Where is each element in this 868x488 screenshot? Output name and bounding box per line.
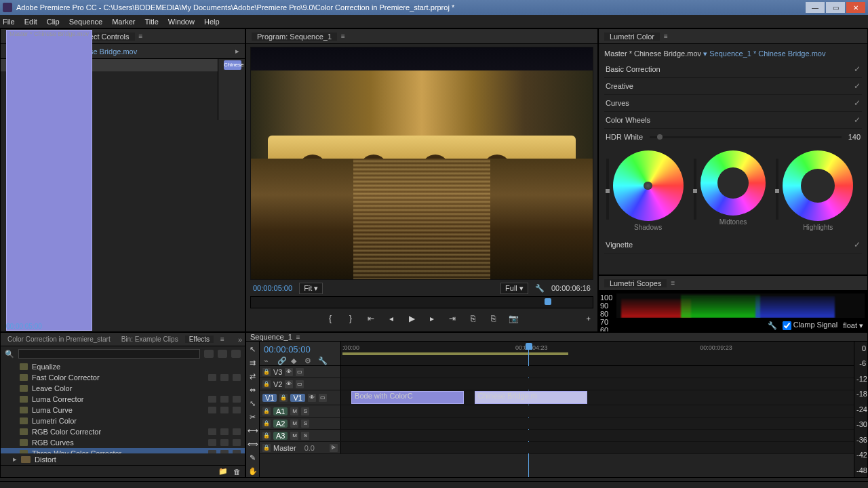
track-a1-lane[interactable]: [341, 405, 854, 417]
rgb-parade-scope[interactable]: [616, 293, 865, 318]
panel-menu-icon[interactable]: ≡: [139, 33, 143, 40]
menu-marker[interactable]: Marker: [112, 18, 135, 26]
panel-menu-icon[interactable]: ≡: [671, 279, 675, 287]
wrench-icon[interactable]: 🔧: [535, 284, 545, 293]
track-v2-lane[interactable]: [341, 378, 854, 390]
new-bin-icon[interactable]: 📁: [218, 467, 228, 476]
panel-overflow-icon[interactable]: »: [238, 336, 242, 344]
slide-tool[interactable]: ⟺: [248, 439, 258, 449]
menu-file[interactable]: File: [3, 18, 15, 26]
wrench-icon[interactable]: 🔧: [318, 357, 326, 365]
basic-correction-section[interactable]: Basic Correction✓: [604, 61, 862, 78]
panel-menu-icon[interactable]: ≡: [220, 336, 224, 343]
panel-menu-icon[interactable]: ≡: [341, 33, 345, 40]
effect-preset[interactable]: Leave Color: [1, 383, 245, 394]
track-a2-header[interactable]: 🔒A2MS: [260, 418, 341, 429]
close-button[interactable]: ✕: [846, 2, 865, 13]
check-icon[interactable]: ✓: [854, 81, 861, 91]
timeline-playhead[interactable]: [526, 343, 532, 350]
resolution-dropdown[interactable]: Full ▾: [500, 283, 528, 294]
highlights-luma-slider[interactable]: [776, 159, 778, 220]
minimize-button[interactable]: —: [806, 2, 825, 13]
effects-search-input[interactable]: [18, 349, 200, 359]
lumetri-scopes-tab[interactable]: Lumetri Scopes: [604, 279, 667, 287]
go-to-in-button[interactable]: ⇤: [366, 313, 376, 324]
curves-section[interactable]: Curves✓: [604, 95, 862, 112]
step-forward-button[interactable]: ▸: [427, 313, 437, 324]
program-playhead[interactable]: [545, 298, 551, 305]
slip-tool[interactable]: ⟷: [248, 426, 258, 435]
snap-icon[interactable]: ⌁: [264, 357, 272, 365]
mark-out-button[interactable]: }: [345, 313, 356, 324]
mark-in-button[interactable]: {: [325, 313, 336, 324]
program-ruler[interactable]: [250, 296, 593, 308]
track-a2-lane[interactable]: [341, 418, 854, 429]
track-select-tool[interactable]: ⇉: [248, 358, 258, 367]
pen-tool[interactable]: ✎: [248, 453, 258, 462]
hdr-white-slider[interactable]: [650, 136, 842, 138]
track-v3-header[interactable]: 🔒V3👁▭: [260, 366, 341, 378]
play-button[interactable]: ▶: [406, 313, 417, 324]
effect-preset[interactable]: Fast Color Corrector: [1, 372, 245, 383]
ec-clip-marker[interactable]: Chinese: [224, 60, 241, 70]
button-editor-icon[interactable]: +: [587, 314, 591, 323]
effect-preset[interactable]: Luma Curve: [1, 405, 245, 415]
check-icon[interactable]: ✓: [854, 115, 861, 125]
scope-mode-dropdown[interactable]: float ▾: [843, 321, 863, 330]
check-icon[interactable]: ✓: [854, 240, 861, 249]
export-frame-button[interactable]: 📷: [508, 313, 519, 324]
lift-button[interactable]: ⎘: [467, 313, 478, 324]
track-v1-lane[interactable]: Bode with ColorC Chinese Bridge.m: [341, 390, 854, 405]
hand-tool[interactable]: ✋: [248, 466, 258, 476]
sequence-tab[interactable]: Sequence_1: [250, 333, 292, 341]
program-tc-current[interactable]: 00:00:05:00: [253, 284, 292, 292]
effects-tab[interactable]: Effects: [185, 336, 214, 343]
effect-preset[interactable]: RGB Curves: [1, 437, 245, 448]
clamp-signal-checkbox[interactable]: Clamp Signal: [783, 321, 837, 330]
clip-bode[interactable]: Bode with ColorC: [351, 391, 464, 404]
program-tab[interactable]: Program: Sequence_1: [252, 33, 337, 41]
vignette-section[interactable]: Vignette✓: [604, 237, 862, 253]
creative-section[interactable]: Creative✓: [604, 78, 862, 95]
ec-timecode[interactable]: 00:00:05:00: [6, 323, 42, 330]
color-wheels-section[interactable]: Color Wheels✓: [604, 112, 862, 129]
effect-preset[interactable]: Lumetri Color: [1, 415, 245, 426]
track-a3-header[interactable]: 🔒A3MS: [260, 430, 341, 441]
razor-tool[interactable]: ✂: [248, 412, 258, 422]
wrench-icon[interactable]: 🔧: [768, 321, 777, 330]
ripple-edit-tool[interactable]: ⇄: [248, 371, 258, 381]
linked-selection-icon[interactable]: 🔗: [277, 357, 285, 365]
program-video-display[interactable]: [250, 47, 593, 280]
check-icon[interactable]: ✓: [854, 98, 861, 108]
track-a3-lane[interactable]: [341, 430, 854, 441]
go-to-out-button[interactable]: ⇥: [447, 313, 458, 324]
menu-help[interactable]: Help: [204, 18, 220, 26]
menu-sequence[interactable]: Sequence: [69, 18, 103, 26]
lumetri-sequence-clip[interactable]: Sequence_1 * Chinese Bridge.mov: [709, 49, 825, 58]
ec-mini-timeline[interactable]: Chinese: [218, 59, 245, 120]
track-master-header[interactable]: 🔒Master0.0⫸: [260, 442, 341, 453]
menu-title[interactable]: Title: [144, 18, 158, 26]
effect-preset[interactable]: RGB Color Corrector: [1, 426, 245, 437]
midtones-color-wheel[interactable]: [701, 150, 766, 216]
step-back-button[interactable]: ◂: [386, 313, 397, 324]
menu-window[interactable]: Window: [168, 18, 195, 26]
midtones-luma-slider[interactable]: [694, 159, 696, 220]
selection-tool[interactable]: ↖: [248, 344, 258, 354]
clip-chinese-bridge[interactable]: Chinese Bridge.m: [475, 391, 587, 404]
panel-menu-icon[interactable]: ≡: [296, 333, 300, 341]
track-master-lane[interactable]: [341, 442, 854, 453]
trash-icon[interactable]: 🗑: [233, 468, 241, 476]
settings-icon[interactable]: ⚙: [304, 357, 313, 365]
highlights-color-wheel[interactable]: [783, 150, 853, 221]
menu-clip[interactable]: Clip: [47, 18, 60, 26]
track-v1-header[interactable]: V1🔒V1👁▭: [260, 390, 341, 405]
shadows-color-wheel[interactable]: [613, 150, 684, 221]
32bit-filter-icon[interactable]: [218, 350, 227, 358]
yuv-filter-icon[interactable]: [231, 350, 241, 358]
menu-edit[interactable]: Edit: [24, 18, 37, 26]
marker-icon[interactable]: ◆: [291, 357, 299, 365]
lumetri-color-tab[interactable]: Lumetri Color: [604, 33, 660, 41]
track-v2-header[interactable]: 🔒V2👁▭: [260, 378, 341, 390]
track-v3-lane[interactable]: [341, 366, 854, 378]
